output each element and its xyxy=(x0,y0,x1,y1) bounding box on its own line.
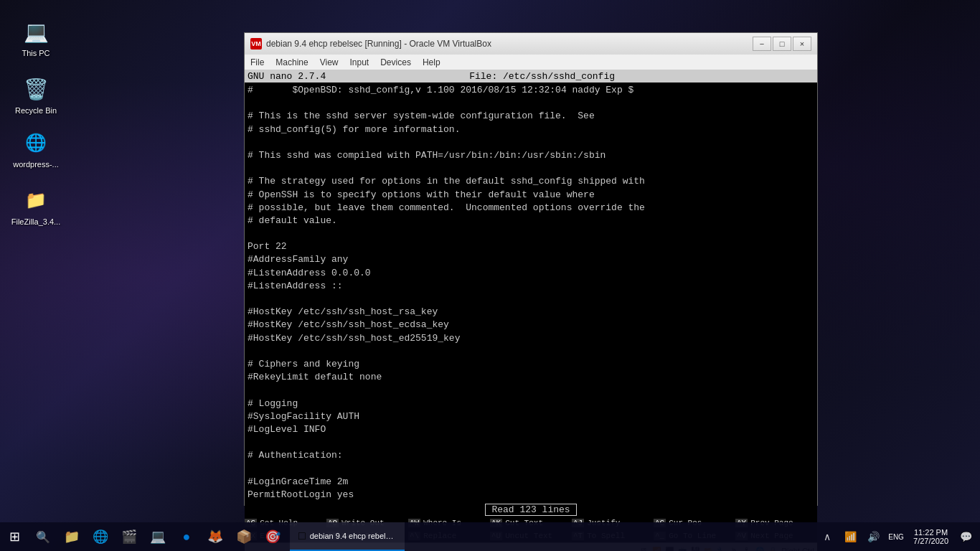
vm-screen[interactable]: GNU nano 2.7.4 File: /etc/ssh/sshd_confi… xyxy=(245,70,817,542)
this-pc-label: This PC xyxy=(22,49,50,57)
desktop-icon-recycle-bin[interactable]: 🗑️ Recycle Bin xyxy=(7,72,65,118)
menu-machine[interactable]: Machine xyxy=(270,55,314,70)
close-button[interactable]: × xyxy=(793,37,811,51)
nano-status-message: Read 123 lines xyxy=(485,504,576,516)
menu-view[interactable]: View xyxy=(314,55,344,70)
menu-help[interactable]: Help xyxy=(417,55,446,70)
minimize-button[interactable]: − xyxy=(753,37,771,51)
taskbar-icon-circle[interactable]: ● xyxy=(172,522,201,551)
vbox-app-icon: VM xyxy=(250,38,262,50)
taskbar-icon-media[interactable]: 🎬 xyxy=(115,522,143,551)
taskbar-notification-button[interactable]: 💬 xyxy=(954,522,977,551)
taskbar-icon-box[interactable]: 📦 xyxy=(230,522,258,551)
taskbar-system-tray: ∧ 📶 🔊 ENG 11:22 PM 7/27/2020 💬 xyxy=(816,522,980,551)
vbox-window-controls: − □ × xyxy=(753,37,811,51)
nano-editor-content[interactable]: # $OpenBSD: sshd_config,v 1.100 2016/08/… xyxy=(245,83,817,503)
desktop-icon-filezilla[interactable]: 📁 FileZilla_3.4... xyxy=(7,183,65,229)
taskbar-time: 11:22 PM xyxy=(914,528,948,537)
taskbar-date: 7/27/2020 xyxy=(913,537,948,545)
wordpress-label: wordpress-... xyxy=(13,160,59,169)
taskbar-icon-terminal[interactable]: 💻 xyxy=(143,522,172,551)
taskbar-clock[interactable]: 11:22 PM 7/27/2020 xyxy=(908,522,954,551)
taskbar-icon-edge[interactable]: 🌐 xyxy=(86,522,115,551)
nano-statusbar: Read 123 lines xyxy=(245,503,817,517)
taskbar-icon-firefox[interactable]: 🦊 xyxy=(201,522,230,551)
taskbar-volume-icon[interactable]: 🔊 xyxy=(862,522,885,551)
taskbar-running-apps: □ debian 9.4 ehcp rebelsec [Running] - O… xyxy=(287,522,816,551)
recycle-bin-label: Recycle Bin xyxy=(15,106,57,115)
nano-header-right xyxy=(758,71,814,82)
wordpress-icon: 🌐 xyxy=(22,128,50,157)
taskbar-network-icon[interactable]: 📶 xyxy=(839,522,862,551)
taskbar-pinned-icons: 📁 🌐 🎬 💻 ● 🦊 📦 🎯 xyxy=(57,522,287,551)
nano-filename: File: /etc/ssh/sshd_config xyxy=(469,71,615,82)
search-button[interactable]: 🔍 xyxy=(29,522,57,551)
this-pc-icon: 💻 xyxy=(22,17,50,46)
taskbar-vbox-icon: □ xyxy=(298,529,306,542)
filezilla-icon: 📁 xyxy=(22,186,50,215)
taskbar-vbox-app[interactable]: □ debian 9.4 ehcp rebelsec [Running] - O… xyxy=(290,522,405,551)
taskbar-vbox-label: debian 9.4 ehcp rebelsec [Running] - Ora… xyxy=(310,532,396,540)
desktop-icon-wordpress[interactable]: 🌐 wordpress-... xyxy=(7,126,65,171)
start-button[interactable]: ⊞ xyxy=(0,522,29,551)
vbox-titlebar: VM debian 9.4 ehcp rebelsec [Running] - … xyxy=(245,33,817,55)
nano-header: GNU nano 2.7.4 File: /etc/ssh/sshd_confi… xyxy=(245,70,817,83)
desktop: 💻 This PC 🗑️ Recycle Bin 🌐 wordpress-...… xyxy=(0,0,980,551)
filezilla-label: FileZilla_3.4... xyxy=(11,217,60,226)
taskbar: ⊞ 🔍 📁 🌐 🎬 💻 ● 🦊 📦 🎯 □ debian 9.4 ehcp re… xyxy=(0,522,980,551)
nano-version: GNU nano 2.7.4 xyxy=(248,71,326,82)
recycle-bin-icon: 🗑️ xyxy=(22,75,50,103)
maximize-button[interactable]: □ xyxy=(773,37,791,51)
vbox-menubar: File Machine View Input Devices Help xyxy=(245,55,817,70)
virtualbox-window: VM debian 9.4 ehcp rebelsec [Running] - … xyxy=(244,32,818,506)
menu-input[interactable]: Input xyxy=(344,55,375,70)
menu-file[interactable]: File xyxy=(245,55,270,70)
menu-devices[interactable]: Devices xyxy=(374,55,417,70)
desktop-icon-this-pc[interactable]: 💻 This PC xyxy=(7,14,65,60)
taskbar-up-arrow[interactable]: ∧ xyxy=(816,522,839,551)
taskbar-lang-icon[interactable]: ENG xyxy=(885,522,908,551)
vbox-title: debian 9.4 ehcp rebelsec [Running] - Ora… xyxy=(266,39,753,49)
taskbar-icon-explorer[interactable]: 📁 xyxy=(57,522,86,551)
taskbar-icon-red[interactable]: 🎯 xyxy=(258,522,287,551)
